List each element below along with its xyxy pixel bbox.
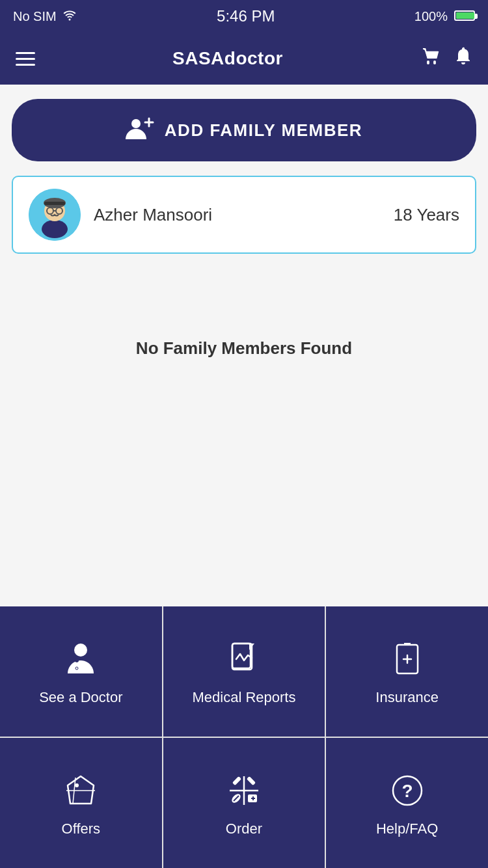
grid-item-insurance[interactable]: Insurance	[326, 606, 488, 737]
medical-reports-icon	[226, 641, 262, 677]
status-bar-left: No SIM	[13, 9, 77, 24]
svg-point-0	[427, 62, 429, 64]
see-doctor-label: See a Doctor	[39, 689, 122, 706]
header-actions	[420, 46, 472, 72]
bottom-navigation-grid: See a Doctor Medical Reports	[0, 606, 488, 868]
insurance-icon	[389, 641, 426, 677]
profile-age: 18 Years	[394, 205, 459, 225]
svg-point-2	[131, 119, 141, 128]
svg-point-22	[75, 783, 79, 787]
svg-text:?: ?	[401, 781, 413, 801]
profile-card[interactable]: Azher Mansoori 18 Years	[12, 176, 476, 254]
offers-icon	[62, 772, 99, 809]
add-family-button[interactable]: ADD FAMILY MEMBER	[12, 99, 476, 161]
svg-rect-25	[232, 776, 241, 785]
help-icon: ?	[389, 772, 426, 809]
profile-name: Azher Mansoori	[94, 205, 212, 225]
svg-point-14	[75, 658, 79, 662]
grid-item-medical-reports[interactable]: Medical Reports	[163, 606, 325, 737]
doctor-icon	[62, 641, 99, 677]
avatar	[29, 189, 81, 241]
status-bar-time: 5:46 PM	[217, 7, 275, 25]
content-area: ADD FAMILY MEMBER	[0, 85, 488, 606]
svg-point-13	[74, 644, 87, 657]
profile-info: Azher Mansoori	[29, 189, 212, 241]
offers-label: Offers	[62, 821, 101, 837]
grid-item-offers[interactable]: Offers	[0, 738, 162, 868]
add-family-label: ADD FAMILY MEMBER	[165, 120, 362, 141]
medical-reports-label: Medical Reports	[193, 689, 296, 706]
battery-icon	[452, 9, 475, 24]
insurance-label: Insurance	[375, 689, 439, 706]
order-icon	[226, 772, 262, 809]
order-label: Order	[226, 821, 262, 837]
help-faq-label: Help/FAQ	[376, 821, 438, 837]
wifi-icon	[62, 9, 77, 24]
battery-percent: 100%	[414, 9, 448, 24]
app-header: SASAdoctor	[0, 33, 488, 85]
grid-item-see-doctor[interactable]: See a Doctor	[0, 606, 162, 737]
svg-point-16	[75, 667, 78, 670]
svg-point-1	[433, 62, 436, 64]
add-family-icon	[126, 116, 154, 144]
menu-button[interactable]	[16, 52, 35, 66]
grid-item-order[interactable]: Order	[163, 738, 325, 868]
svg-rect-9	[44, 202, 65, 205]
grid-container: See a Doctor Medical Reports	[0, 606, 488, 868]
app-title: SASAdoctor	[172, 48, 283, 69]
empty-state-message: No Family Members Found	[136, 338, 352, 359]
carrier-text: No SIM	[13, 9, 57, 24]
bell-icon[interactable]	[454, 46, 472, 72]
grid-item-help-faq[interactable]: ? Help/FAQ	[326, 738, 488, 868]
status-bar: No SIM 5:46 PM 100%	[0, 0, 488, 33]
status-bar-right: 100%	[414, 9, 475, 24]
svg-rect-26	[247, 776, 256, 785]
svg-point-6	[42, 220, 68, 238]
cart-icon[interactable]	[420, 46, 441, 72]
empty-state: No Family Members Found	[12, 273, 476, 437]
